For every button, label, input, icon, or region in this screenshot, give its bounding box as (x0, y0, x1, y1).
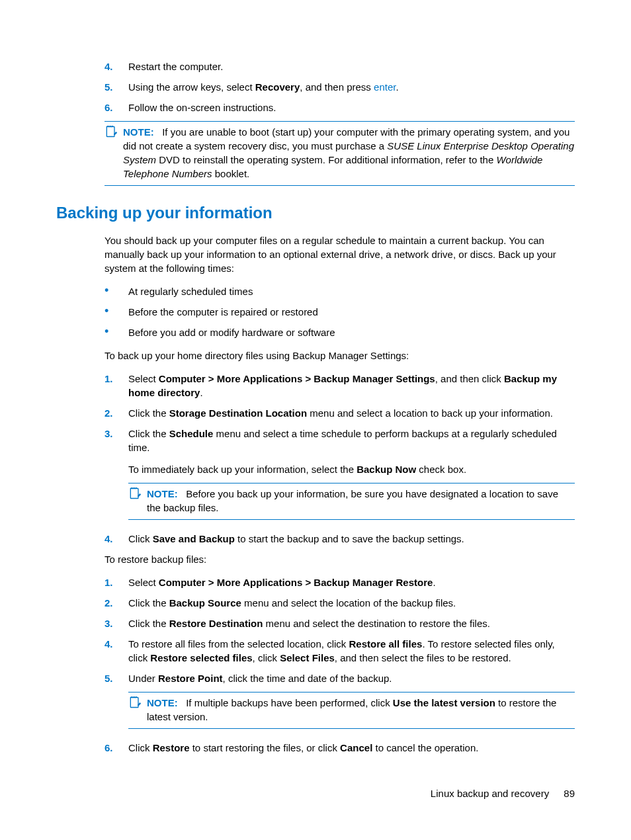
list-text: Click Save and Backup to start the backu… (128, 532, 575, 546)
list-number: 1. (105, 372, 128, 399)
svg-rect-2 (130, 697, 138, 707)
note-body: NOTE: Before you back up your informatio… (147, 487, 575, 515)
page-number: 89 (564, 788, 575, 799)
list-item: 1.Select Computer > More Applications > … (105, 575, 575, 589)
list-number: 3. (105, 616, 128, 630)
list-item: 2.Click the Storage Destination Location… (105, 406, 575, 420)
restore-steps-list: 1.Select Computer > More Applications > … (105, 575, 575, 685)
bullet-icon: • (105, 305, 128, 319)
list-item: 6.Follow the on-screen instructions. (105, 101, 575, 114)
restore-lead: To restore backup files: (105, 552, 575, 566)
list-text: Follow the on-screen instructions. (128, 101, 575, 114)
list-item: 2.Click the Backup Source menu and selec… (105, 596, 575, 610)
document-page: 4.Restart the computer.5.Using the arrow… (0, 0, 631, 840)
list-item: 4.Click Save and Backup to start the bac… (105, 532, 575, 546)
backup-lead: To back up your home directory files usi… (105, 349, 575, 362)
section-body: You should back up your computer files o… (105, 233, 575, 755)
bullet-icon: • (105, 284, 128, 298)
note-icon (128, 487, 144, 500)
list-item: 5.Under Restore Point, click the time an… (105, 671, 575, 685)
list-text: Before the computer is repaired or resto… (128, 305, 575, 319)
note-label: NOTE: (123, 126, 154, 138)
section-heading: Backing up your information (56, 202, 575, 224)
list-text: Using the arrow keys, select Recovery, a… (128, 80, 575, 94)
list-item: 1.Select Computer > More Applications > … (105, 372, 575, 399)
list-number: 6. (105, 101, 128, 114)
svg-rect-0 (106, 127, 114, 137)
list-text: Click the Restore Destination menu and s… (128, 616, 575, 630)
list-item: 4.To restore all files from the selected… (105, 637, 575, 665)
list-item: 6.Click Restore to start restoring the f… (105, 741, 575, 755)
footer-title: Linux backup and recovery (431, 788, 549, 799)
list-text: Before you add or modify hardware or sof… (128, 325, 575, 339)
list-number: 3. (105, 427, 128, 454)
note-body: NOTE: If multiple backups have been perf… (147, 696, 575, 724)
note-box-2: NOTE: Before you back up your informatio… (128, 483, 575, 520)
page-footer: Linux backup and recovery 89 (431, 786, 575, 800)
list-item: 3.Click the Restore Destination menu and… (105, 616, 575, 630)
list-text: Select Computer > More Applications > Ba… (128, 372, 575, 399)
content-area: 4.Restart the computer.5.Using the arrow… (105, 60, 575, 186)
list-text: Click the Storage Destination Location m… (128, 406, 575, 420)
note-icon (128, 696, 144, 709)
list-item: •At regularly scheduled times (105, 284, 575, 298)
note-box-3: NOTE: If multiple backups have been perf… (128, 692, 575, 729)
backup-step4-list: 4.Click Save and Backup to start the bac… (105, 532, 575, 546)
list-item: 3.Click the Schedule menu and select a t… (105, 427, 575, 454)
list-number: 5. (105, 80, 128, 94)
list-text: Click the Schedule menu and select a tim… (128, 427, 575, 454)
list-item: 5.Using the arrow keys, select Recovery,… (105, 80, 575, 94)
note-label: NOTE: (147, 697, 178, 708)
list-text: Select Computer > More Applications > Ba… (128, 575, 575, 589)
note-text: Before you back up your information, be … (147, 488, 558, 513)
list-text: Click Restore to start restoring the fil… (128, 741, 575, 755)
bullet-list: •At regularly scheduled times•Before the… (105, 284, 575, 339)
list-number: 2. (105, 406, 128, 420)
list-item: •Before you add or modify hardware or so… (105, 325, 575, 339)
note-icon (105, 125, 120, 138)
intro-paragraph: You should back up your computer files o… (105, 233, 575, 275)
note-body: NOTE: If you are unable to boot (start u… (123, 125, 575, 181)
note-label: NOTE: (147, 488, 178, 499)
list-text: At regularly scheduled times (128, 284, 575, 298)
svg-rect-1 (130, 488, 138, 498)
list-item: •Before the computer is repaired or rest… (105, 305, 575, 319)
list-number: 5. (105, 671, 128, 685)
note-text: If multiple backups have been performed,… (147, 697, 556, 722)
note-text: If you are unable to boot (start up) you… (123, 126, 574, 179)
list-number: 6. (105, 741, 128, 755)
bullet-icon: • (105, 325, 128, 339)
list-number: 2. (105, 596, 128, 610)
backup-steps-list: 1.Select Computer > More Applications > … (105, 372, 575, 454)
list-number: 4. (105, 637, 128, 665)
list-text: Under Restore Point, click the time and … (128, 671, 575, 685)
restore-step6-list: 6.Click Restore to start restoring the f… (105, 741, 575, 755)
list-text: Click the Backup Source menu and select … (128, 596, 575, 610)
list-text: To restore all files from the selected l… (128, 637, 575, 665)
list-text: Restart the computer. (128, 60, 575, 73)
list-number: 4. (105, 532, 128, 546)
list-number: 4. (105, 60, 128, 73)
numbered-list-top: 4.Restart the computer.5.Using the arrow… (105, 60, 575, 114)
backup-sub-paragraph: To immediately back up your information,… (128, 462, 575, 476)
list-number: 1. (105, 575, 128, 589)
note-box-1: NOTE: If you are unable to boot (start u… (105, 121, 575, 186)
list-item: 4.Restart the computer. (105, 60, 575, 73)
